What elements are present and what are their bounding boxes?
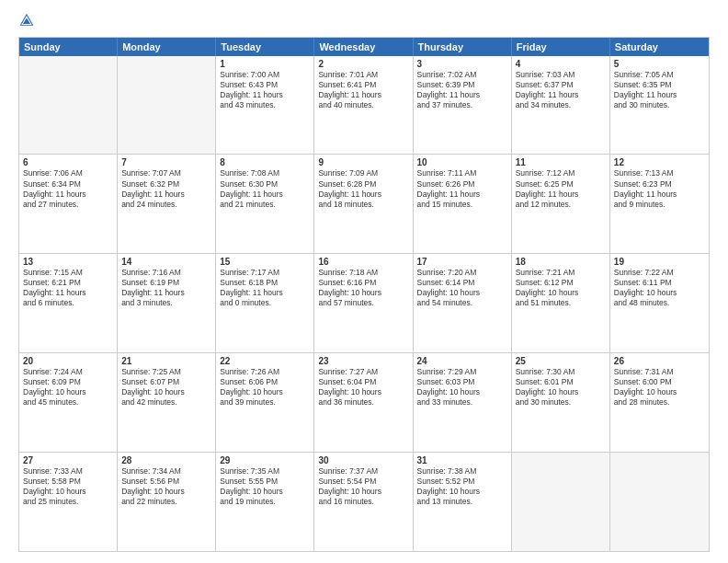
weekday-header: Tuesday <box>216 38 314 56</box>
day-number: 30 <box>318 455 408 465</box>
cell-info: Sunrise: 7:38 AM Sunset: 5:52 PM Dayligh… <box>417 466 507 507</box>
calendar-cell: 29Sunrise: 7:35 AM Sunset: 5:55 PM Dayli… <box>216 453 314 551</box>
calendar-cell: 24Sunrise: 7:29 AM Sunset: 6:03 PM Dayli… <box>414 353 512 452</box>
calendar-cell: 11Sunrise: 7:12 AM Sunset: 6:25 PM Dayli… <box>512 155 610 253</box>
day-number: 17 <box>417 257 507 267</box>
calendar-cell: 21Sunrise: 7:25 AM Sunset: 6:07 PM Dayli… <box>118 353 216 452</box>
calendar-cell: 31Sunrise: 7:38 AM Sunset: 5:52 PM Dayli… <box>414 453 512 551</box>
day-number: 8 <box>220 157 310 167</box>
logo <box>18 15 37 29</box>
calendar-cell: 4Sunrise: 7:03 AM Sunset: 6:37 PM Daylig… <box>512 56 610 155</box>
calendar-cell: 14Sunrise: 7:16 AM Sunset: 6:19 PM Dayli… <box>118 254 216 352</box>
cell-info: Sunrise: 7:12 AM Sunset: 6:25 PM Dayligh… <box>516 168 606 209</box>
cell-info: Sunrise: 7:21 AM Sunset: 6:12 PM Dayligh… <box>516 268 606 308</box>
cell-info: Sunrise: 7:35 AM Sunset: 5:55 PM Dayligh… <box>220 466 310 507</box>
calendar-cell: 2Sunrise: 7:01 AM Sunset: 6:41 PM Daylig… <box>314 56 413 155</box>
calendar-cell: 15Sunrise: 7:17 AM Sunset: 6:18 PM Dayli… <box>216 254 314 352</box>
calendar-cell: 25Sunrise: 7:30 AM Sunset: 6:01 PM Dayli… <box>512 353 610 452</box>
cell-info: Sunrise: 7:00 AM Sunset: 6:43 PM Dayligh… <box>220 70 310 110</box>
day-number: 5 <box>614 59 705 69</box>
calendar-cell: 27Sunrise: 7:33 AM Sunset: 5:58 PM Dayli… <box>19 453 118 551</box>
day-number: 31 <box>417 455 507 465</box>
calendar-cell: 23Sunrise: 7:27 AM Sunset: 6:04 PM Dayli… <box>314 353 413 452</box>
day-number: 22 <box>220 356 310 366</box>
calendar-cell: 1Sunrise: 7:00 AM Sunset: 6:43 PM Daylig… <box>216 56 314 155</box>
cell-info: Sunrise: 7:16 AM Sunset: 6:19 PM Dayligh… <box>121 268 211 308</box>
day-number: 26 <box>614 356 705 366</box>
cell-info: Sunrise: 7:34 AM Sunset: 5:56 PM Dayligh… <box>121 466 211 507</box>
calendar-cell <box>610 453 709 551</box>
day-number: 6 <box>23 157 113 167</box>
logo-icon <box>18 12 35 29</box>
day-number: 7 <box>121 157 211 167</box>
cell-info: Sunrise: 7:11 AM Sunset: 6:26 PM Dayligh… <box>417 168 507 209</box>
calendar-header: SundayMondayTuesdayWednesdayThursdayFrid… <box>19 38 709 56</box>
weekday-header: Sunday <box>19 38 118 56</box>
day-number: 23 <box>318 356 408 366</box>
cell-info: Sunrise: 7:08 AM Sunset: 6:30 PM Dayligh… <box>220 168 310 209</box>
calendar-cell <box>19 56 118 155</box>
cell-info: Sunrise: 7:37 AM Sunset: 5:54 PM Dayligh… <box>318 466 408 507</box>
cell-info: Sunrise: 7:03 AM Sunset: 6:37 PM Dayligh… <box>516 70 606 110</box>
day-number: 28 <box>121 455 211 465</box>
cell-info: Sunrise: 7:24 AM Sunset: 6:09 PM Dayligh… <box>23 367 113 408</box>
day-number: 14 <box>121 257 211 267</box>
cell-info: Sunrise: 7:02 AM Sunset: 6:39 PM Dayligh… <box>417 70 507 110</box>
cell-info: Sunrise: 7:13 AM Sunset: 6:23 PM Dayligh… <box>614 168 705 209</box>
calendar-row: 27Sunrise: 7:33 AM Sunset: 5:58 PM Dayli… <box>19 452 709 551</box>
calendar: SundayMondayTuesdayWednesdayThursdayFrid… <box>18 37 710 552</box>
day-number: 29 <box>220 455 310 465</box>
cell-info: Sunrise: 7:05 AM Sunset: 6:35 PM Dayligh… <box>614 70 705 110</box>
calendar-cell: 6Sunrise: 7:06 AM Sunset: 6:34 PM Daylig… <box>19 155 118 253</box>
calendar-row: 13Sunrise: 7:15 AM Sunset: 6:21 PM Dayli… <box>19 253 709 352</box>
calendar-cell: 5Sunrise: 7:05 AM Sunset: 6:35 PM Daylig… <box>610 56 709 155</box>
page-header <box>18 15 710 29</box>
day-number: 2 <box>318 59 408 69</box>
cell-info: Sunrise: 7:25 AM Sunset: 6:07 PM Dayligh… <box>121 367 211 408</box>
calendar-cell: 26Sunrise: 7:31 AM Sunset: 6:00 PM Dayli… <box>610 353 709 452</box>
cell-info: Sunrise: 7:33 AM Sunset: 5:58 PM Dayligh… <box>23 466 113 507</box>
day-number: 11 <box>516 157 606 167</box>
day-number: 3 <box>417 59 507 69</box>
day-number: 24 <box>417 356 507 366</box>
calendar-cell: 8Sunrise: 7:08 AM Sunset: 6:30 PM Daylig… <box>216 155 314 253</box>
calendar-cell: 16Sunrise: 7:18 AM Sunset: 6:16 PM Dayli… <box>314 254 413 352</box>
calendar-cell: 18Sunrise: 7:21 AM Sunset: 6:12 PM Dayli… <box>512 254 610 352</box>
calendar-cell: 17Sunrise: 7:20 AM Sunset: 6:14 PM Dayli… <box>414 254 512 352</box>
cell-info: Sunrise: 7:26 AM Sunset: 6:06 PM Dayligh… <box>220 367 310 408</box>
cell-info: Sunrise: 7:15 AM Sunset: 6:21 PM Dayligh… <box>23 268 113 308</box>
day-number: 10 <box>417 157 507 167</box>
calendar-cell: 19Sunrise: 7:22 AM Sunset: 6:11 PM Dayli… <box>610 254 709 352</box>
calendar-cell: 30Sunrise: 7:37 AM Sunset: 5:54 PM Dayli… <box>314 453 413 551</box>
day-number: 9 <box>318 157 408 167</box>
calendar-cell <box>118 56 216 155</box>
calendar-cell: 10Sunrise: 7:11 AM Sunset: 6:26 PM Dayli… <box>414 155 512 253</box>
cell-info: Sunrise: 7:30 AM Sunset: 6:01 PM Dayligh… <box>516 367 606 408</box>
cell-info: Sunrise: 7:18 AM Sunset: 6:16 PM Dayligh… <box>318 268 408 308</box>
calendar-cell: 13Sunrise: 7:15 AM Sunset: 6:21 PM Dayli… <box>19 254 118 352</box>
day-number: 19 <box>614 257 705 267</box>
weekday-header: Thursday <box>414 38 512 56</box>
cell-info: Sunrise: 7:17 AM Sunset: 6:18 PM Dayligh… <box>220 268 310 308</box>
cell-info: Sunrise: 7:01 AM Sunset: 6:41 PM Dayligh… <box>318 70 408 110</box>
weekday-header: Monday <box>118 38 216 56</box>
weekday-header: Saturday <box>610 38 709 56</box>
cell-info: Sunrise: 7:06 AM Sunset: 6:34 PM Dayligh… <box>23 168 113 209</box>
cell-info: Sunrise: 7:31 AM Sunset: 6:00 PM Dayligh… <box>614 367 705 408</box>
calendar-cell: 9Sunrise: 7:09 AM Sunset: 6:28 PM Daylig… <box>314 155 413 253</box>
calendar-body: 1Sunrise: 7:00 AM Sunset: 6:43 PM Daylig… <box>19 56 709 551</box>
calendar-page: SundayMondayTuesdayWednesdayThursdayFrid… <box>0 0 728 563</box>
day-number: 4 <box>516 59 606 69</box>
day-number: 20 <box>23 356 113 366</box>
day-number: 16 <box>318 257 408 267</box>
day-number: 1 <box>220 59 310 69</box>
cell-info: Sunrise: 7:09 AM Sunset: 6:28 PM Dayligh… <box>318 168 408 209</box>
cell-info: Sunrise: 7:27 AM Sunset: 6:04 PM Dayligh… <box>318 367 408 408</box>
cell-info: Sunrise: 7:22 AM Sunset: 6:11 PM Dayligh… <box>614 268 705 308</box>
cell-info: Sunrise: 7:20 AM Sunset: 6:14 PM Dayligh… <box>417 268 507 308</box>
weekday-header: Wednesday <box>314 38 413 56</box>
calendar-cell <box>512 453 610 551</box>
calendar-cell: 12Sunrise: 7:13 AM Sunset: 6:23 PM Dayli… <box>610 155 709 253</box>
day-number: 13 <box>23 257 113 267</box>
cell-info: Sunrise: 7:29 AM Sunset: 6:03 PM Dayligh… <box>417 367 507 408</box>
